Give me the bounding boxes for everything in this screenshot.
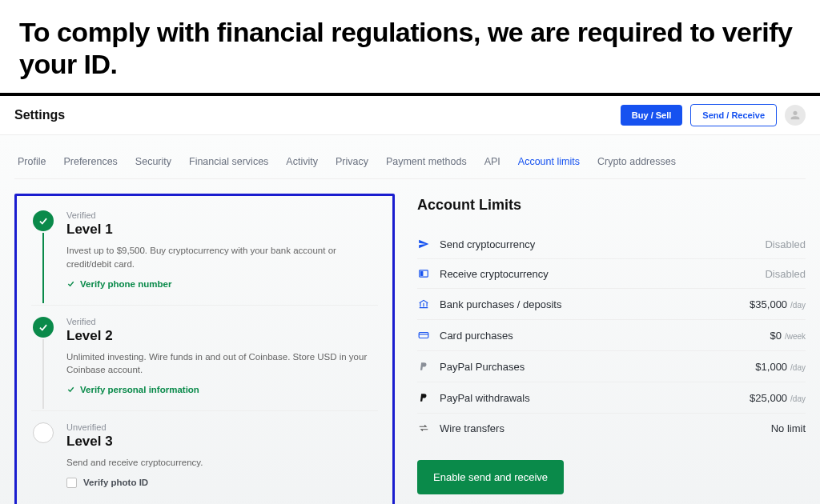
hero-title: To comply with financial regulations, we… (19, 16, 801, 80)
page-title: Settings (14, 108, 65, 122)
hero-banner: To comply with financial regulations, we… (0, 0, 820, 93)
page-body: Profile Preferences Security Financial s… (0, 135, 820, 504)
tab-account-limits[interactable]: Account limits (518, 156, 580, 167)
level-1-row: Verified Level 1 Invest up to $9,500. Bu… (31, 210, 378, 304)
account-limits-panel: Account Limits Send cryptocurrency Disab… (417, 194, 806, 504)
topbar: Settings Buy / Sell Send / Receive (0, 96, 820, 135)
limit-label: Wire transfers (440, 422, 762, 434)
level-desc: Send and receive cryptocurrency. (66, 456, 378, 470)
connector-line (42, 339, 44, 409)
level-status: Verified (66, 317, 378, 326)
level-divider (31, 410, 378, 411)
verify-personal-info-step: Verify personal information (66, 385, 378, 394)
limit-value: No limit (771, 422, 806, 434)
tab-activity[interactable]: Activity (286, 156, 318, 167)
svg-rect-2 (419, 333, 428, 338)
level-2-row: Verified Level 2 Unlimited investing. Wi… (31, 317, 378, 410)
tab-security[interactable]: Security (135, 156, 171, 167)
paypal-bold-icon (417, 391, 430, 404)
limit-period: /day (790, 301, 806, 310)
checkbox-icon[interactable] (66, 478, 77, 488)
level-divider (31, 305, 378, 306)
tab-payment-methods[interactable]: Payment methods (386, 156, 467, 167)
level-status: Unverified (66, 422, 378, 432)
limit-row-paypal-purchases: PayPal Purchases $1,000/day (417, 351, 806, 382)
bank-icon (417, 298, 430, 310)
account-limits-title: Account Limits (417, 197, 806, 214)
verify-photo-id-step[interactable]: Verify photo ID (66, 478, 378, 488)
limit-label: Card purchases (440, 330, 760, 342)
limits-list: Send cryptocurrency Disabled Receive cry… (417, 230, 806, 442)
level-status: Verified (66, 210, 378, 220)
tab-profile[interactable]: Profile (18, 156, 46, 167)
receive-icon (417, 267, 430, 280)
limit-value: Disabled (765, 238, 806, 250)
wire-icon (417, 422, 430, 434)
tab-crypto-addresses[interactable]: Crypto addresses (597, 156, 676, 167)
level-title: Level 3 (66, 434, 378, 450)
limit-label: Send cryptocurrency (440, 238, 755, 250)
limit-value: $0 (770, 330, 781, 342)
buy-sell-button[interactable]: Buy / Sell (621, 105, 683, 126)
limit-value: $1,000 (755, 361, 787, 373)
limit-period: /day (790, 363, 806, 372)
limit-period: /day (790, 394, 806, 403)
tab-preferences[interactable]: Preferences (63, 156, 117, 167)
verify-step-label: Verify phone number (80, 279, 171, 289)
send-icon (417, 238, 430, 250)
limit-value: Disabled (765, 268, 806, 280)
empty-circle-icon (33, 422, 54, 443)
verify-step-label: Verify photo ID (83, 478, 148, 487)
limit-row-card: Card purchases $0/week (417, 320, 806, 351)
level-title: Level 2 (66, 328, 378, 344)
limit-label: Bank purchases / deposits (440, 298, 740, 310)
check-icon (66, 279, 75, 288)
card-icon (417, 329, 430, 342)
tab-financial-services[interactable]: Financial services (189, 156, 268, 167)
check-circle-icon (33, 210, 54, 231)
verify-phone-step: Verify phone number (66, 279, 378, 289)
limit-label: Receive cryptocurrency (440, 268, 755, 280)
tab-privacy[interactable]: Privacy (336, 156, 368, 167)
limit-row-paypal-withdrawals: PayPal withdrawals $25,000/day (417, 382, 806, 414)
limit-value: $25,000 (750, 392, 787, 404)
check-icon (66, 385, 75, 394)
tab-api[interactable]: API (484, 156, 500, 167)
verification-levels-panel: Verified Level 1 Invest up to $9,500. Bu… (14, 194, 395, 504)
limit-period: /week (785, 332, 806, 341)
svg-rect-1 (421, 272, 423, 276)
limit-row-send: Send cryptocurrency Disabled (417, 230, 806, 259)
level-title: Level 1 (66, 222, 378, 238)
settings-tabs: Profile Preferences Security Financial s… (14, 150, 806, 179)
avatar[interactable] (785, 105, 806, 126)
limit-label: PayPal withdrawals (440, 392, 740, 404)
limit-row-bank: Bank purchases / deposits $35,000/day (417, 289, 806, 320)
send-receive-button[interactable]: Send / Receive (690, 104, 777, 126)
limit-row-wire: Wire transfers No limit (417, 414, 806, 442)
limit-label: PayPal Purchases (440, 361, 746, 373)
user-icon (789, 109, 802, 122)
verify-step-label: Verify personal information (80, 385, 199, 394)
limit-row-receive: Receive cryptocurrency Disabled (417, 259, 806, 289)
connector-line (42, 233, 44, 302)
limit-value: $35,000 (750, 298, 787, 310)
enable-send-receive-button[interactable]: Enable send and receive (417, 460, 564, 494)
level-desc: Unlimited investing. Wire funds in and o… (66, 350, 378, 377)
check-circle-icon (33, 317, 54, 338)
level-3-row: Unverified Level 3 Send and receive cryp… (31, 422, 378, 491)
paypal-icon (417, 360, 430, 373)
level-desc: Invest up to $9,500. Buy cryptocurrency … (66, 244, 378, 270)
